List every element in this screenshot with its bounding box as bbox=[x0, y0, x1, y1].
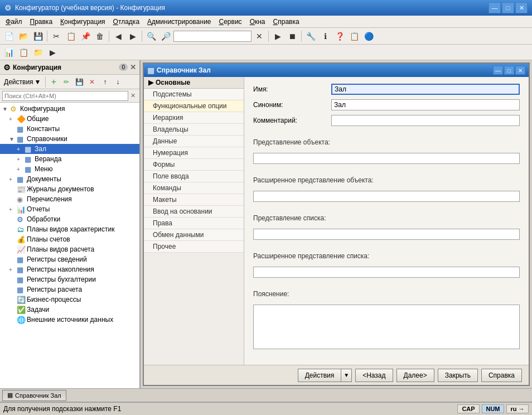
tree-item-veranda[interactable]: + ▦ Веранда bbox=[0, 154, 139, 164]
tree-item-jrnl[interactable]: 📰 Журналы документов bbox=[0, 184, 139, 194]
tree-item-common[interactable]: + 🔶 Общие bbox=[0, 114, 139, 124]
tree-item-regbuh[interactable]: ▦ Регистры бухгалтерии bbox=[0, 274, 139, 284]
tree-item-proc[interactable]: ⚙ Обработки bbox=[0, 214, 139, 224]
extobjrepr-input[interactable] bbox=[253, 191, 520, 202]
footer-actions-btn[interactable]: Действия bbox=[298, 369, 342, 382]
note-textarea[interactable] bbox=[253, 305, 520, 349]
tb-back[interactable]: ◀ bbox=[112, 30, 125, 43]
panel-close-icon[interactable]: ✕ bbox=[130, 63, 136, 71]
extlistrepr-input[interactable] bbox=[253, 267, 520, 278]
tree-item-zal[interactable]: + ▦ Зал bbox=[0, 144, 139, 154]
tree-item-regsv[interactable]: ▦ Регистры сведений bbox=[0, 254, 139, 264]
footer-forward-btn[interactable]: Далее> bbox=[396, 369, 434, 382]
footer-close-btn[interactable]: Закрыть bbox=[438, 369, 478, 382]
close-button[interactable]: ✕ bbox=[515, 2, 528, 13]
nav-item-hierarchy[interactable]: Иерархия bbox=[144, 112, 244, 124]
tree-item-refs[interactable]: ▼ ▦ Справочники bbox=[0, 134, 139, 144]
lp-edit-btn[interactable]: ✏ bbox=[60, 76, 72, 88]
lp-del-btn[interactable]: ✕ bbox=[86, 76, 98, 88]
tb2-btn2[interactable]: 📋 bbox=[17, 46, 30, 59]
tb-props[interactable]: 📋 bbox=[347, 30, 361, 43]
tb-search-go[interactable]: ✕ bbox=[253, 30, 266, 43]
tree-item-plancalc[interactable]: 📈 Планы видов расчета bbox=[0, 244, 139, 254]
tree-item-consts[interactable]: ▦ Константы bbox=[0, 124, 139, 134]
dialog-close-btn[interactable]: ✕ bbox=[515, 66, 525, 75]
tree-area[interactable]: ▼ ⚙ Конфигурация + 🔶 Общие ▦ Константы bbox=[0, 103, 139, 388]
tree-item-menu[interactable]: + ▦ Меню bbox=[0, 164, 139, 174]
tb-new[interactable]: 📄 bbox=[2, 30, 16, 43]
footer-help-btn[interactable]: Справка bbox=[481, 369, 522, 382]
tb-del[interactable]: 🗑 bbox=[93, 30, 107, 43]
footer-actions-dropdown[interactable]: ▼ bbox=[341, 369, 352, 382]
tree-item-planchar[interactable]: 🗂 Планы видов характеристик bbox=[0, 224, 139, 234]
tb-cut[interactable]: ✂ bbox=[50, 30, 63, 43]
nav-item-exchange[interactable]: Обмен данными bbox=[144, 229, 244, 241]
menu-file[interactable]: Файл bbox=[2, 17, 26, 27]
name-input[interactable] bbox=[331, 84, 520, 95]
nav-item-subsystems[interactable]: Подсистемы bbox=[144, 89, 244, 100]
nav-item-owners[interactable]: Владельцы bbox=[144, 124, 244, 136]
tb-info2[interactable]: 🔵 bbox=[362, 30, 375, 43]
lp-add-btn[interactable]: + bbox=[47, 76, 60, 88]
tree-item-ext[interactable]: 🌐 Внешние источники данных bbox=[0, 315, 139, 325]
tb-zoom[interactable]: 🔎 bbox=[159, 30, 172, 43]
tree-item-regacc[interactable]: + ▦ Регистры накопления bbox=[0, 264, 139, 274]
tb-fwd[interactable]: ▶ bbox=[126, 30, 139, 43]
nav-item-layouts[interactable]: Макеты bbox=[144, 194, 244, 206]
tb2-btn3[interactable]: 📁 bbox=[31, 46, 45, 59]
taskbar-item-zal[interactable]: ▦ Справочник Зал bbox=[2, 390, 66, 401]
tb-info[interactable]: ℹ bbox=[318, 30, 332, 43]
menu-edit[interactable]: Правка bbox=[27, 17, 56, 27]
search-clear-btn[interactable]: ✕ bbox=[128, 91, 137, 100]
tree-item-regcalc[interactable]: ▦ Регистры расчета bbox=[0, 284, 139, 295]
menu-help[interactable]: Справка bbox=[270, 17, 303, 27]
tb-tools[interactable]: 🔧 bbox=[304, 30, 317, 43]
tree-item-bp[interactable]: 🔄 Бизнес-процессы bbox=[0, 295, 139, 305]
nav-section-main[interactable]: ▶ Основные bbox=[144, 77, 244, 89]
menu-debug[interactable]: Отладка bbox=[110, 17, 143, 27]
tb-open[interactable]: 📂 bbox=[17, 30, 30, 43]
tb-search[interactable]: 🔍 bbox=[144, 30, 158, 43]
tb-paste[interactable]: 📌 bbox=[79, 30, 92, 43]
listrepr-input[interactable] bbox=[253, 229, 520, 240]
tree-item-reports[interactable]: + 📊 Отчеты bbox=[0, 204, 139, 214]
menu-service[interactable]: Сервис bbox=[216, 17, 245, 27]
lp-save-btn[interactable]: 💾 bbox=[73, 76, 85, 88]
toolbar-search-input[interactable] bbox=[173, 31, 252, 42]
nav-item-data[interactable]: Данные bbox=[144, 136, 244, 147]
nav-item-commands[interactable]: Команды bbox=[144, 182, 244, 194]
tree-item-tasks[interactable]: ✅ Задачи bbox=[0, 305, 139, 315]
maximize-button[interactable]: □ bbox=[502, 2, 514, 13]
nav-item-funcopts[interactable]: Функциональные опции bbox=[144, 100, 244, 112]
tb2-btn4[interactable]: ▶ bbox=[46, 46, 59, 59]
tree-item-root[interactable]: ▼ ⚙ Конфигурация bbox=[0, 104, 139, 114]
nav-item-input-field[interactable]: Поле ввода bbox=[144, 171, 244, 182]
menu-admin[interactable]: Администрирование bbox=[144, 17, 214, 27]
tree-item-enum[interactable]: ◉ Перечисления bbox=[0, 194, 139, 204]
tb2-btn1[interactable]: 📊 bbox=[2, 46, 16, 59]
menu-windows[interactable]: Окна bbox=[246, 17, 269, 27]
lp-down-btn[interactable]: ↓ bbox=[112, 76, 124, 88]
nav-item-rights[interactable]: Права bbox=[144, 218, 244, 229]
minimize-button[interactable]: — bbox=[489, 2, 501, 13]
tree-item-planacct[interactable]: 💰 Планы счетов bbox=[0, 234, 139, 244]
synonym-input[interactable] bbox=[331, 99, 520, 110]
menu-config[interactable]: Конфигурация bbox=[57, 17, 109, 27]
comment-input[interactable] bbox=[331, 115, 520, 126]
nav-item-numeration[interactable]: Нумерация bbox=[144, 147, 244, 159]
nav-item-input-basis[interactable]: Ввод на основании bbox=[144, 206, 244, 218]
tree-item-docs[interactable]: + ▦ Документы bbox=[0, 174, 139, 184]
tb-stop[interactable]: ⏹ bbox=[286, 30, 299, 43]
lp-up-btn[interactable]: ↑ bbox=[99, 76, 111, 88]
actions-dropdown[interactable]: Действия ▼ bbox=[1, 76, 43, 88]
tb-help2[interactable]: ❓ bbox=[333, 30, 346, 43]
tb-save[interactable]: 💾 bbox=[31, 30, 45, 43]
nav-item-other[interactable]: Прочее bbox=[144, 241, 244, 253]
nav-item-forms[interactable]: Формы bbox=[144, 159, 244, 171]
tb-run[interactable]: ▶ bbox=[271, 30, 284, 43]
objrepr-input[interactable] bbox=[253, 153, 520, 164]
dialog-max-btn[interactable]: □ bbox=[504, 66, 514, 75]
tb-copy[interactable]: 📋 bbox=[64, 30, 78, 43]
dialog-min-btn[interactable]: — bbox=[493, 66, 503, 75]
footer-back-btn[interactable]: <Назад bbox=[355, 369, 393, 382]
